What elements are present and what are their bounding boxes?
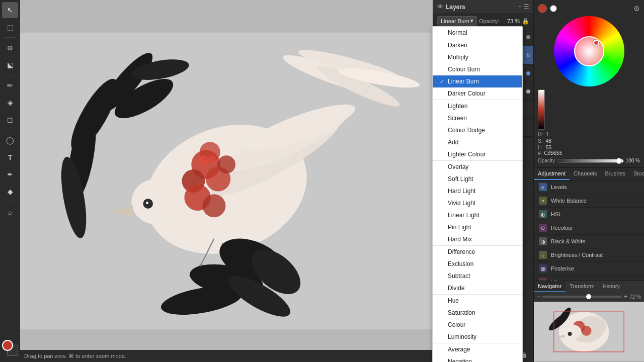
blend-item-label: Linear Burn (448, 78, 479, 85)
zoom-out-btn[interactable]: − (537, 293, 540, 300)
blend-item-colour[interactable]: Colour (433, 319, 522, 331)
color-picker-tools: ⚙ (538, 4, 640, 13)
navigator-preview[interactable] (534, 302, 644, 362)
svg-point-22 (199, 155, 209, 165)
blend-item-normal[interactable]: Normal (433, 27, 522, 39)
tab-channels[interactable]: Channels (570, 168, 601, 180)
blend-item-add[interactable]: Add (433, 136, 522, 148)
tab-brushes[interactable]: Brushes (601, 168, 629, 180)
tool-crop[interactable]: ⊕ (2, 40, 18, 56)
blend-item-colour-dodge[interactable]: Colour Dodge (433, 124, 522, 136)
blend-item-lighter-colour[interactable]: Lighter Colour (433, 148, 522, 160)
tool-text[interactable]: T (2, 149, 18, 165)
layer-dot (526, 71, 530, 75)
nav-tab-history[interactable]: History (599, 281, 624, 292)
blend-item-overlay[interactable]: Overlay (433, 161, 522, 173)
blend-item-label: Lighter Colour (448, 151, 486, 158)
color-circle-red[interactable] (538, 4, 547, 13)
blend-item-subtract[interactable]: Subtract (433, 270, 522, 282)
blend-mode-button[interactable]: Linear Burn ▾ (437, 16, 477, 26)
blend-item-colour-burn[interactable]: Colour Burn (433, 63, 522, 75)
opacity-slider[interactable] (557, 159, 624, 163)
l-label: L: (538, 145, 544, 150)
blend-item-multiply[interactable]: Multiply (433, 51, 522, 63)
zoom-value: 72 % (629, 294, 641, 300)
blend-item-average[interactable]: Average (433, 343, 522, 355)
blend-item-hue[interactable]: Hue (433, 295, 522, 307)
tool-selection[interactable]: ⬕ (2, 57, 18, 73)
s-label: S: (538, 138, 544, 144)
toolbar-separator-4 (4, 202, 16, 202)
blend-item-negation[interactable]: Negation (433, 355, 522, 362)
tool-cursor[interactable]: ↖ (2, 2, 18, 18)
white-balance-icon: ☀ (539, 197, 547, 205)
blend-item-pin-light[interactable]: Pin Light (433, 221, 522, 233)
color-circle-white[interactable] (550, 5, 557, 12)
layers-add-icon[interactable]: + (518, 4, 522, 11)
tool-zoom[interactable]: ⌕ (2, 204, 18, 220)
svg-point-42 (582, 326, 592, 336)
nav-tab-transform[interactable]: Transform (566, 281, 599, 292)
tab-stock[interactable]: Stock (629, 168, 644, 180)
color-picker-icon[interactable]: ⚙ (633, 5, 640, 13)
blend-item-exclusion[interactable]: Exclusion (433, 258, 522, 270)
brightness-strip[interactable] (538, 89, 545, 130)
tool-pen[interactable]: ✒ (2, 166, 18, 183)
tool-node[interactable]: ◆ (2, 184, 18, 200)
layers-menu-icon[interactable]: ☰ (524, 4, 529, 11)
h-label: H: (538, 132, 544, 137)
blend-item-lighten[interactable]: Lighten (433, 100, 522, 112)
layers-header-icons: + ☰ (518, 4, 529, 11)
tool-paint[interactable]: ✏ (2, 77, 18, 94)
recolour-icon: ⊙ (539, 224, 547, 232)
zoom-in-btn[interactable]: + (624, 293, 627, 300)
blend-item-soft-light[interactable]: Soft Light (433, 173, 522, 185)
blend-mode-chevron: ▾ (470, 18, 473, 24)
blend-item-saturation[interactable]: Saturation (433, 307, 522, 319)
blend-item-luminosity[interactable]: Luminosity (433, 331, 522, 343)
adj-item-brightness-contrast[interactable]: ☼ Brightness / Contrast (534, 248, 644, 262)
blend-section-difference: Difference Exclusion Subtract Divide (433, 246, 522, 295)
blend-item-divide[interactable]: Divide (433, 282, 522, 294)
adj-item-hsl[interactable]: ◐ HSL (534, 208, 644, 221)
tool-shape[interactable]: ◯ (2, 132, 18, 148)
foreground-color-swatch[interactable] (2, 340, 13, 351)
tool-erase[interactable]: ◻ (2, 112, 18, 128)
adjustment-list: ≡ Levels ☀ White Balance ◐ HSL ⊙ Recolou… (534, 180, 644, 281)
tool-artboard[interactable]: ⬚ (2, 19, 18, 35)
adj-item-black-white[interactable]: ◑ Black & White (534, 235, 644, 248)
blend-item-label: Vivid Light (448, 200, 475, 207)
adj-item-levels[interactable]: ≡ Levels (534, 180, 644, 194)
color-wheel-container[interactable] (554, 16, 624, 86)
lock-icon[interactable]: 🔒 (522, 18, 529, 25)
navigator-section: Navigator Transform History − + 72 % (534, 281, 644, 362)
layers-panel: 👁 Layers + ☰ Linear Burn ▾ Opacity: 73 %… (433, 0, 533, 362)
blend-item-hard-light[interactable]: Hard Light (433, 185, 522, 197)
blend-item-linear-burn[interactable]: ✓ Linear Burn (433, 75, 522, 87)
tool-fill[interactable]: ◈ (2, 95, 18, 111)
blend-section-lighten: Lighten Screen Colour Dodge Add Lighter … (433, 100, 522, 161)
adj-item-vibrance[interactable]: ◈ Vibrance (534, 276, 644, 281)
blend-item-darken[interactable]: Darken (433, 39, 522, 51)
nav-tab-navigator[interactable]: Navigator (534, 281, 566, 292)
blend-item-screen[interactable]: Screen (433, 112, 522, 124)
layer-fx-icon: fx (527, 53, 530, 58)
canvas-area[interactable]: Drag to pan view. ⌘ to enter zoom mode. (20, 0, 433, 362)
color-wheel (554, 16, 624, 86)
adj-item-posterise[interactable]: ▦ Posterise (534, 262, 644, 276)
adj-item-recolour[interactable]: ⊙ Recolour (534, 221, 644, 235)
blend-item-darker-colour[interactable]: Darker Colour (433, 87, 522, 100)
layers-eye-icon: 👁 (437, 3, 444, 11)
adj-item-white-balance[interactable]: ☀ White Balance (534, 194, 644, 208)
blend-item-linear-light[interactable]: Linear Light (433, 209, 522, 221)
blend-item-hard-mix[interactable]: Hard Mix (433, 233, 522, 245)
hsl-icon: ◐ (539, 210, 547, 218)
color-wheel-cursor (593, 40, 599, 46)
blend-item-label: Colour Dodge (448, 127, 485, 134)
blend-item-label: Lighten (448, 103, 467, 110)
blend-item-difference[interactable]: Difference (433, 246, 522, 258)
zoom-slider[interactable] (542, 296, 622, 298)
tab-adjustment[interactable]: Adjustment (534, 168, 570, 180)
blend-item-vivid-light[interactable]: Vivid Light (433, 197, 522, 209)
check-icon: ✓ (440, 79, 445, 84)
